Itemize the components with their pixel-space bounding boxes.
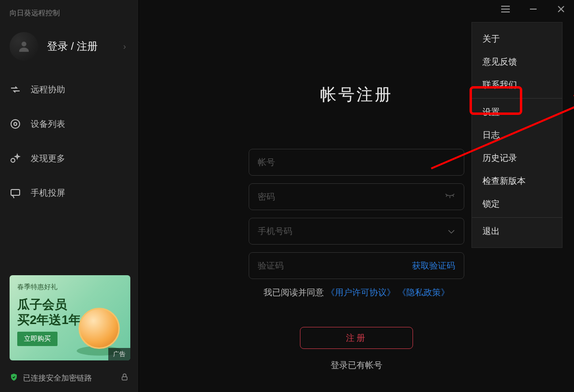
password-field[interactable] <box>249 183 464 210</box>
promo-line2: 买2年送1年 <box>17 312 81 328</box>
phone-input[interactable] <box>258 226 448 236</box>
menu-divider <box>472 217 562 218</box>
hamburger-dropdown: 关于 意见反馈 联系我们 设置 日志 历史记录 检查新版本 锁定 退出 <box>471 22 563 248</box>
promo-coin-icon <box>79 308 120 349</box>
sidebar-login-row[interactable]: 登录 / 注册 › <box>0 23 138 72</box>
status-text: 已连接安全加密链路 <box>23 373 92 383</box>
promo-line1: 瓜子会员 <box>17 296 67 313</box>
lock-icon[interactable] <box>120 373 129 383</box>
devices-icon <box>10 118 21 130</box>
svg-rect-5 <box>122 377 127 380</box>
sparkles-icon <box>10 153 21 164</box>
license-link[interactable]: 《用户许可协议》 <box>326 288 395 297</box>
menu-divider <box>472 98 562 99</box>
svg-point-1 <box>11 120 20 128</box>
privacy-link[interactable]: 《隐私政策》 <box>398 288 449 297</box>
promo-banner[interactable]: 春季特惠好礼 瓜子会员 买2年送1年 立即购买 广告 <box>10 275 130 360</box>
shield-check-icon <box>10 373 18 383</box>
swap-icon <box>10 84 21 95</box>
menu-lock[interactable]: 锁定 <box>472 192 562 215</box>
promo-tag: 春季特惠好礼 <box>17 283 57 291</box>
menu-settings[interactable]: 设置 <box>472 101 562 123</box>
form-title: 帐号注册 <box>249 84 464 106</box>
register-form: 帐号注册 获取验证码 我已阅读并同意 <box>249 84 464 371</box>
agree-prefix: 我已阅读并同意 <box>264 288 324 297</box>
sidebar-item-remote-assist[interactable]: 远程协助 <box>0 72 138 107</box>
svg-point-3 <box>11 158 15 162</box>
status-bar: 已连接安全加密链路 <box>0 367 138 392</box>
login-existing-link[interactable]: 登录已有帐号 <box>249 359 464 371</box>
menu-logs[interactable]: 日志 <box>472 123 562 146</box>
register-button[interactable]: 注册 <box>300 327 413 349</box>
sidebar-item-discover[interactable]: 发现更多 <box>0 141 138 176</box>
account-input[interactable] <box>258 157 455 168</box>
login-register-label: 登录 / 注册 <box>47 39 120 54</box>
code-field[interactable]: 获取验证码 <box>249 252 464 279</box>
sidebar: 向日葵远程控制 登录 / 注册 › 远程协助 设备列表 <box>0 0 139 392</box>
chevron-down-icon[interactable] <box>448 227 455 235</box>
eye-closed-icon[interactable] <box>445 193 455 201</box>
close-icon[interactable] <box>554 5 568 15</box>
app-title: 向日葵远程控制 <box>0 0 138 23</box>
sidebar-item-phone-cast[interactable]: 手机投屏 <box>0 176 138 210</box>
sidebar-item-label: 发现更多 <box>31 153 65 164</box>
chevron-right-icon: › <box>120 42 129 52</box>
menu-check-update[interactable]: 检查新版本 <box>472 169 562 192</box>
main-area: 帐号注册 获取验证码 我已阅读并同意 <box>139 0 574 392</box>
avatar <box>10 32 38 61</box>
window-controls <box>498 5 568 16</box>
sidebar-item-label: 设备列表 <box>31 118 65 130</box>
app-root: 向日葵远程控制 登录 / 注册 › 远程协助 设备列表 <box>0 0 574 392</box>
account-field[interactable] <box>249 149 464 176</box>
cast-icon <box>10 187 21 199</box>
svg-point-2 <box>14 123 17 125</box>
svg-rect-4 <box>11 190 20 195</box>
menu-contact[interactable]: 联系我们 <box>472 73 562 96</box>
svg-point-0 <box>22 42 26 46</box>
password-input[interactable] <box>258 192 445 202</box>
hamburger-menu-icon[interactable] <box>498 5 513 15</box>
menu-feedback[interactable]: 意见反馈 <box>472 50 562 73</box>
menu-exit[interactable]: 退出 <box>472 220 562 243</box>
sidebar-item-label: 远程协助 <box>31 84 65 95</box>
menu-about[interactable]: 关于 <box>472 27 562 50</box>
sidebar-item-device-list[interactable]: 设备列表 <box>0 107 138 141</box>
phone-field[interactable] <box>249 218 464 245</box>
code-input[interactable] <box>258 261 412 271</box>
ad-badge: 广告 <box>108 348 130 360</box>
sidebar-spacer <box>0 210 138 275</box>
person-icon <box>17 39 31 54</box>
agreement-text: 我已阅读并同意 《用户许可协议》 《隐私政策》 <box>249 287 464 298</box>
minimize-icon[interactable] <box>526 5 540 16</box>
promo-cta: 立即购买 <box>17 332 57 346</box>
get-code-link[interactable]: 获取验证码 <box>412 260 455 271</box>
menu-history[interactable]: 历史记录 <box>472 146 562 169</box>
sidebar-item-label: 手机投屏 <box>31 187 65 199</box>
